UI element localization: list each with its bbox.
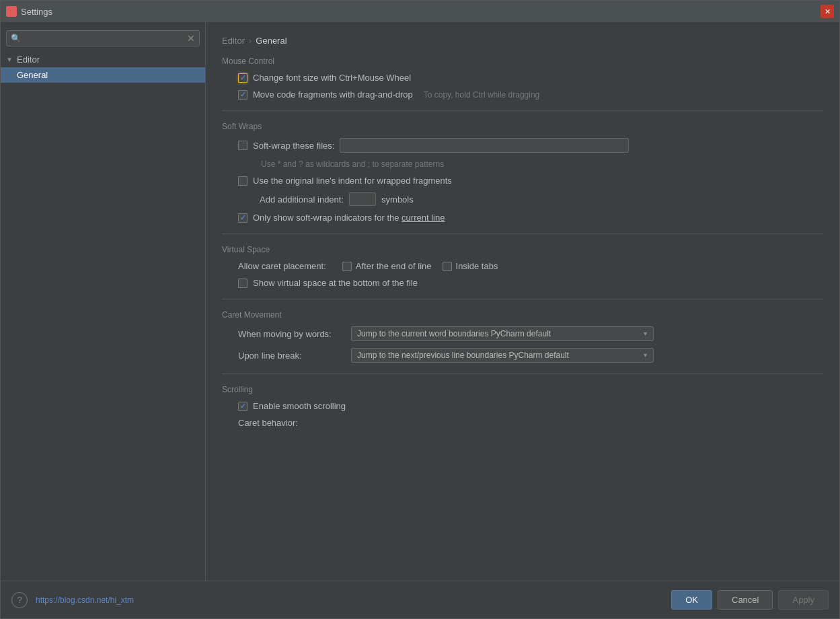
soft-wrap-files-label: Soft-wrap these files: bbox=[253, 141, 334, 151]
titlebar: Settings ✕ bbox=[1, 1, 839, 22]
additional-indent-input[interactable]: 0 bbox=[349, 192, 376, 206]
sidebar-item-editor-label: Editor bbox=[17, 54, 40, 65]
bottom-bar: ? https://blog.csdn.net/hi_xtm OK Cancel… bbox=[1, 581, 839, 618]
help-button[interactable]: ? bbox=[11, 592, 28, 608]
soft-wrap-indicators-label: Only show soft-wrap indicators for the c… bbox=[253, 213, 445, 223]
show-virtual-space-checkbox[interactable] bbox=[238, 279, 247, 288]
change-font-size-label: Change font size with Ctrl+Mouse Wheel bbox=[253, 73, 411, 83]
when-moving-dropdown[interactable]: Jump to the current word boundaries PyCh… bbox=[351, 326, 654, 341]
search-input[interactable]: wheel bbox=[25, 34, 183, 44]
bottom-buttons: OK Cancel Apply bbox=[671, 590, 829, 610]
when-moving-row: When moving by words: Jump to the curren… bbox=[238, 326, 823, 341]
caret-movement-title: Caret Movement bbox=[222, 310, 823, 320]
sidebar-item-editor[interactable]: ▼ Editor bbox=[1, 52, 205, 67]
sidebar-item-general[interactable]: General bbox=[1, 67, 205, 83]
move-code-fragments-row: Move code fragments with drag-and-drop T… bbox=[238, 89, 823, 100]
inside-tabs-label: Inside tabs bbox=[456, 261, 498, 271]
soft-wrap-files-checkbox[interactable] bbox=[238, 141, 247, 150]
mouse-control-title: Mouse Control bbox=[222, 57, 823, 66]
breadcrumb-current: General bbox=[256, 36, 287, 46]
divider-4 bbox=[222, 373, 823, 374]
caret-behavior-row: Caret behavior: bbox=[238, 418, 823, 428]
soft-wraps-title: Soft Wraps bbox=[222, 122, 823, 131]
enable-smooth-scrolling-label: Enable smooth scrolling bbox=[253, 401, 346, 411]
sidebar-item-general-label: General bbox=[17, 70, 48, 80]
show-virtual-space-label: Show virtual space at the bottom of the … bbox=[253, 278, 418, 288]
apply-button[interactable]: Apply bbox=[778, 590, 829, 610]
upon-line-break-label: Upon line break: bbox=[238, 351, 346, 361]
breadcrumb-parent: Editor bbox=[222, 36, 245, 46]
expand-icon: ▼ bbox=[6, 56, 14, 63]
soft-wrap-files-row: Soft-wrap these files: *.md; *.txt; *.rs… bbox=[238, 138, 823, 153]
search-clear-button[interactable]: ✕ bbox=[187, 33, 195, 44]
footer-link[interactable]: https://blog.csdn.net/hi_xtm bbox=[36, 595, 134, 605]
current-line-text: current line bbox=[402, 213, 445, 223]
window-title: Settings bbox=[21, 7, 52, 17]
symbols-label: symbols bbox=[381, 194, 414, 205]
search-bar: 🔍 wheel ✕ bbox=[6, 30, 200, 46]
close-button[interactable]: ✕ bbox=[820, 5, 834, 18]
scrolling-title: Scrolling bbox=[222, 385, 823, 394]
svg-rect-0 bbox=[8, 8, 15, 15]
caret-movement-section: Caret Movement When moving by words: Jum… bbox=[222, 310, 823, 363]
move-code-fragments-checkbox[interactable] bbox=[238, 90, 247, 100]
scrolling-section: Scrolling Enable smooth scrolling Caret … bbox=[222, 385, 823, 428]
divider-1 bbox=[222, 110, 823, 111]
bottom-left: ? https://blog.csdn.net/hi_xtm bbox=[11, 592, 134, 608]
change-font-size-row: Change font size with Ctrl+Mouse Wheel bbox=[238, 73, 823, 83]
move-code-hint: To copy, hold Ctrl while dragging bbox=[424, 90, 540, 100]
settings-window: Settings ✕ 🔍 wheel ✕ ▼ Editor General Ed… bbox=[0, 0, 840, 619]
original-indent-row: Use the original line's indent for wrapp… bbox=[238, 176, 823, 186]
move-code-fragments-label: Move code fragments with drag-and-drop bbox=[253, 89, 413, 100]
upon-line-break-row: Upon line break: Jump to the next/previo… bbox=[238, 348, 823, 363]
mouse-control-section: Mouse Control Change font size with Ctrl… bbox=[222, 57, 823, 100]
when-moving-label: When moving by words: bbox=[238, 329, 346, 339]
soft-wrap-hint: Use * and ? as wildcards and ; to separa… bbox=[261, 159, 823, 169]
virtual-space-title: Virtual Space bbox=[222, 245, 823, 254]
breadcrumb-separator: › bbox=[249, 36, 252, 46]
original-indent-checkbox[interactable] bbox=[238, 176, 247, 186]
app-icon bbox=[6, 6, 17, 17]
breadcrumb: Editor › General bbox=[222, 36, 823, 46]
additional-indent-label: Add additional indent: bbox=[260, 194, 344, 205]
help-icon: ? bbox=[17, 595, 22, 605]
titlebar-left: Settings bbox=[6, 6, 52, 17]
ok-button[interactable]: OK bbox=[671, 590, 712, 610]
allow-caret-row: Allow caret placement: After the end of … bbox=[238, 261, 823, 271]
inside-tabs-checkbox[interactable] bbox=[443, 262, 452, 271]
after-end-checkbox[interactable] bbox=[342, 262, 352, 271]
soft-wrap-indicators-checkbox[interactable] bbox=[238, 213, 247, 223]
change-font-size-checkbox[interactable] bbox=[238, 73, 247, 83]
inside-tabs-inline: Inside tabs bbox=[443, 261, 498, 271]
soft-wrap-indicators-row: Only show soft-wrap indicators for the c… bbox=[238, 213, 823, 223]
upon-line-break-dropdown-wrapper: Jump to the next/previous line boundarie… bbox=[351, 348, 654, 363]
original-indent-label: Use the original line's indent for wrapp… bbox=[253, 176, 452, 186]
additional-indent-row: Add additional indent: 0 symbols bbox=[260, 192, 823, 206]
enable-smooth-scrolling-row: Enable smooth scrolling bbox=[238, 401, 823, 411]
caret-behavior-label: Caret behavior: bbox=[238, 418, 298, 428]
soft-wraps-section: Soft Wraps Soft-wrap these files: *.md; … bbox=[222, 122, 823, 223]
after-end-label: After the end of line bbox=[356, 261, 432, 271]
allow-caret-label: Allow caret placement: bbox=[238, 261, 326, 271]
sidebar: 🔍 wheel ✕ ▼ Editor General bbox=[1, 22, 206, 581]
cancel-button[interactable]: Cancel bbox=[718, 590, 773, 610]
divider-3 bbox=[222, 299, 823, 299]
search-icon: 🔍 bbox=[11, 34, 21, 43]
main-content: 🔍 wheel ✕ ▼ Editor General Editor › Gene… bbox=[1, 22, 839, 581]
main-panel: Editor › General Mouse Control Change fo… bbox=[206, 22, 839, 581]
after-end-inline: After the end of line bbox=[342, 261, 432, 271]
soft-wrap-files-input[interactable]: *.md; *.txt; *.rst; *.adoc bbox=[340, 138, 629, 153]
virtual-space-section: Virtual Space Allow caret placement: Aft… bbox=[222, 245, 823, 288]
upon-line-break-dropdown[interactable]: Jump to the next/previous line boundarie… bbox=[351, 348, 654, 363]
enable-smooth-scrolling-checkbox[interactable] bbox=[238, 402, 247, 411]
divider-2 bbox=[222, 233, 823, 234]
show-virtual-space-row: Show virtual space at the bottom of the … bbox=[238, 278, 823, 288]
when-moving-dropdown-wrapper: Jump to the current word boundaries PyCh… bbox=[351, 326, 654, 341]
